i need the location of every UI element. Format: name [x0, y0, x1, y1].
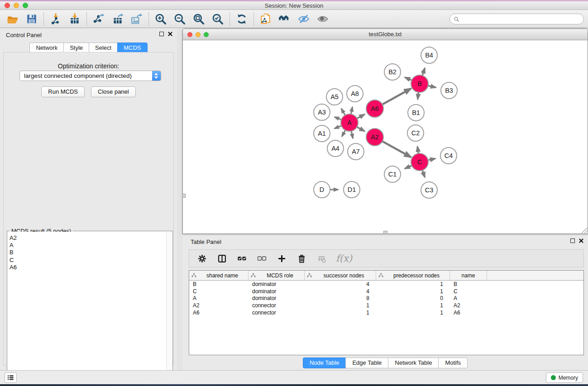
- toolbar-separator: [86, 12, 87, 26]
- import-table-icon[interactable]: [68, 13, 81, 25]
- export-network-icon[interactable]: [92, 13, 105, 25]
- edge-A-A4: [342, 130, 345, 137]
- edge-B-B2: [405, 77, 412, 81]
- show-graphics-details-icon[interactable]: [316, 13, 329, 25]
- result-list-item[interactable]: A2: [10, 234, 166, 242]
- node-B3[interactable]: B3: [441, 82, 457, 99]
- resize-grip-icon[interactable]: [582, 228, 587, 233]
- zoom-out-icon[interactable]: [173, 13, 186, 25]
- node-A[interactable]: A: [341, 114, 358, 131]
- svg-text:D: D: [320, 186, 324, 193]
- node-B1[interactable]: B1: [408, 105, 424, 121]
- float-panel-icon[interactable]: [159, 32, 164, 36]
- settings-icon[interactable]: [196, 253, 207, 264]
- node-A1[interactable]: A1: [314, 125, 330, 142]
- node-A5[interactable]: A5: [326, 89, 343, 105]
- search-box[interactable]: [449, 14, 584, 24]
- table-header-row: shared nameMCDS rolesuccessor nodesprede…: [189, 271, 583, 281]
- float-table-panel-icon[interactable]: [570, 238, 575, 243]
- svg-text:C2: C2: [411, 129, 420, 137]
- add-column-icon[interactable]: [276, 253, 287, 264]
- tab-edge-table[interactable]: Edge Table: [345, 357, 388, 368]
- column-header-name[interactable]: name: [450, 271, 487, 280]
- resize-handle-left[interactable]: [182, 194, 186, 198]
- delete-column-icon[interactable]: [296, 253, 307, 264]
- table-row[interactable]: Adominator80A: [189, 295, 583, 302]
- column-header-MCDS-role[interactable]: MCDS role: [249, 271, 305, 280]
- close-panel-icon[interactable]: [168, 32, 172, 36]
- node-A7[interactable]: A7: [348, 143, 364, 160]
- svg-text:C1: C1: [388, 171, 397, 178]
- node-B2[interactable]: B2: [384, 64, 401, 80]
- cell-predecessor-nodes: 1: [376, 310, 450, 316]
- close-window-button[interactable]: [5, 3, 10, 8]
- close-table-panel-icon[interactable]: [579, 238, 583, 243]
- node-C3[interactable]: C3: [421, 182, 437, 198]
- node-D1[interactable]: D1: [344, 181, 360, 198]
- network-canvas[interactable]: B4B2BB3A8A5A6A3B1AC2A1A2A4A7C4CC1DD1C3: [183, 41, 587, 233]
- network-window-titlebar[interactable]: testGlobe.txt: [183, 29, 588, 40]
- split-view-icon[interactable]: [216, 253, 227, 264]
- table-row[interactable]: A2connector11A2: [189, 302, 583, 309]
- node-A3[interactable]: A3: [314, 104, 330, 120]
- criterion-dropdown[interactable]: largest connected component (directed): [19, 71, 161, 81]
- run-mcds-button[interactable]: Run MCDS: [41, 86, 85, 97]
- home-view-icon[interactable]: [278, 13, 291, 25]
- table-row[interactable]: A6connector11A6: [189, 309, 583, 316]
- minimize-window-button[interactable]: [14, 3, 19, 8]
- result-scrollbar[interactable]: [166, 232, 172, 384]
- column-header-shared-name[interactable]: shared name: [189, 271, 249, 280]
- table-row[interactable]: Cdominator41C: [189, 288, 583, 295]
- tab-network-table[interactable]: Network Table: [388, 357, 438, 368]
- node-A4[interactable]: A4: [327, 140, 344, 157]
- column-header-successor-nodes[interactable]: successor nodes: [305, 271, 376, 280]
- tab-node-table[interactable]: Node Table: [303, 357, 346, 368]
- memory-button[interactable]: Memory: [546, 372, 583, 383]
- edge-A-A5: [341, 109, 345, 115]
- select-all-icon[interactable]: [236, 253, 247, 264]
- close-panel-button[interactable]: Close panel: [91, 86, 136, 97]
- tab-motifs[interactable]: Motifs: [438, 357, 468, 368]
- result-list-item[interactable]: B: [10, 249, 166, 256]
- table-toolbar: f(x): [189, 249, 584, 267]
- column-header-predecessor-nodes[interactable]: predecessor nodes: [376, 271, 450, 280]
- save-session-icon[interactable]: [25, 13, 38, 25]
- node-C2[interactable]: C2: [407, 125, 424, 141]
- node-D[interactable]: D: [314, 181, 330, 198]
- node-C1[interactable]: C1: [384, 166, 401, 182]
- refresh-layout-icon[interactable]: [235, 13, 248, 25]
- zoom-in-icon[interactable]: [154, 13, 167, 25]
- deselect-all-icon[interactable]: [256, 253, 267, 264]
- zoom-selected-icon[interactable]: [211, 13, 224, 25]
- export-image-icon[interactable]: [130, 13, 143, 25]
- node-C4[interactable]: C4: [440, 148, 457, 164]
- node-A6[interactable]: A6: [366, 100, 383, 117]
- column-type-icon: [251, 273, 256, 278]
- hide-graphics-details-icon[interactable]: [297, 13, 310, 25]
- task-history-button[interactable]: [5, 372, 17, 383]
- table-row[interactable]: Bdominator41B: [189, 281, 583, 288]
- node-A8[interactable]: A8: [347, 86, 363, 102]
- open-file-icon[interactable]: [6, 13, 19, 25]
- titlebar[interactable]: Session: New Session: [0, 1, 588, 10]
- result-list-item[interactable]: C: [10, 257, 166, 264]
- maximize-window-button[interactable]: [23, 3, 28, 8]
- network-maximize-button[interactable]: [204, 32, 209, 37]
- export-table-icon[interactable]: [111, 13, 124, 25]
- clone-network-icon[interactable]: [259, 13, 272, 25]
- node-C[interactable]: C: [411, 153, 428, 171]
- network-graph[interactable]: B4B2BB3A8A5A6A3B1AC2A1A2A4A7C4CC1DD1C3: [183, 41, 587, 233]
- import-network-icon[interactable]: [49, 13, 62, 25]
- result-list-item[interactable]: A: [10, 242, 166, 249]
- mcds-result-list[interactable]: A2ABCA6: [8, 232, 166, 384]
- zoom-fit-icon[interactable]: [192, 13, 205, 25]
- network-minimize-button[interactable]: [196, 32, 201, 37]
- node-B[interactable]: B: [411, 75, 428, 92]
- resize-handle-bottom[interactable]: [383, 231, 387, 234]
- network-close-button[interactable]: [187, 32, 192, 37]
- search-input[interactable]: [462, 16, 580, 23]
- result-list-item[interactable]: A6: [10, 264, 166, 271]
- node-B4[interactable]: B4: [421, 47, 437, 63]
- node-A2[interactable]: A2: [366, 129, 383, 146]
- svg-text:A7: A7: [352, 148, 360, 155]
